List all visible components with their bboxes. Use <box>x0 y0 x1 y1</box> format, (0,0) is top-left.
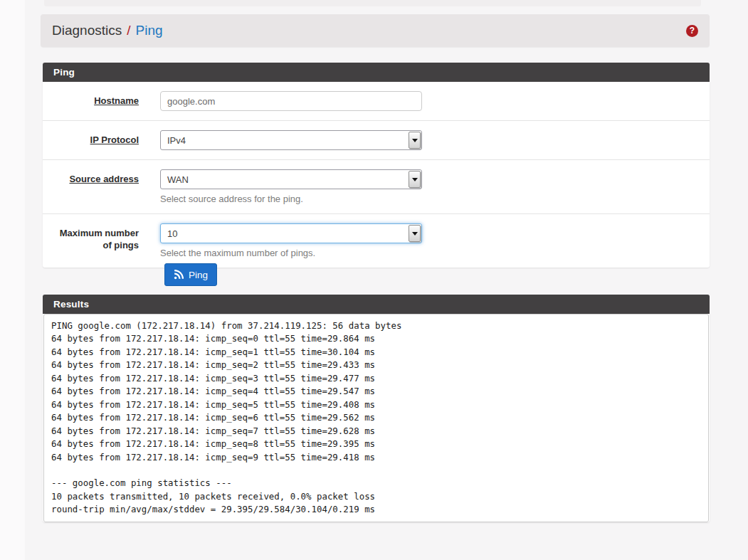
results-panel-body: PING google.com (172.217.18.14) from 37.… <box>43 314 710 522</box>
breadcrumb-diagnostics-link[interactable]: Diagnostics <box>52 23 122 38</box>
source-address-row: Source address WAN Select source address… <box>43 160 710 214</box>
max-pings-row: Maximum number of pings 10 Select the ma… <box>43 214 710 268</box>
ip-protocol-label: IP Protocol <box>53 130 139 146</box>
max-pings-label: Maximum number of pings <box>53 223 139 251</box>
breadcrumb-ping-link[interactable]: Ping <box>136 23 163 38</box>
results-panel: Results PING google.com (172.217.18.14) … <box>43 295 710 530</box>
help-icon[interactable]: ? <box>686 25 698 37</box>
breadcrumb: Diagnostics / Ping ? <box>41 14 710 47</box>
source-address-select[interactable]: WAN <box>160 169 422 189</box>
ping-button[interactable]: Ping <box>164 263 217 286</box>
source-address-label: Source address <box>53 169 139 185</box>
dropdown-arrow-icon[interactable] <box>409 171 421 188</box>
results-panel-title: Results <box>43 295 710 314</box>
max-pings-help: Select the maximum number of pings. <box>160 248 422 258</box>
hostname-row: Hostname <box>43 82 710 121</box>
source-address-selected-value: WAN <box>167 174 189 185</box>
ping-panel-body: Hostname IP Protocol IPv4 Source address… <box>43 82 710 268</box>
ping-panel-title: Ping <box>43 63 710 82</box>
hostname-label: Hostname <box>53 91 139 107</box>
ip-protocol-row: IP Protocol IPv4 <box>43 121 710 160</box>
source-address-help: Select source address for the ping. <box>160 194 422 204</box>
dropdown-arrow-icon[interactable] <box>409 225 421 242</box>
ip-protocol-selected-value: IPv4 <box>167 135 186 146</box>
breadcrumb-separator: / <box>127 23 130 38</box>
ping-panel: Ping Hostname IP Protocol IPv4 Source ad… <box>43 63 710 268</box>
ip-protocol-select[interactable]: IPv4 <box>160 130 422 150</box>
cutoff-panel-above <box>44 0 701 6</box>
ping-button-label: Ping <box>189 270 208 280</box>
page-left-gutter <box>0 0 25 560</box>
hostname-input[interactable] <box>160 91 422 111</box>
dropdown-arrow-icon[interactable] <box>409 132 421 149</box>
ping-output: PING google.com (172.217.18.14) from 37.… <box>43 314 709 522</box>
rss-icon <box>174 270 184 280</box>
max-pings-select[interactable]: 10 <box>160 223 422 243</box>
max-pings-selected-value: 10 <box>167 228 177 239</box>
